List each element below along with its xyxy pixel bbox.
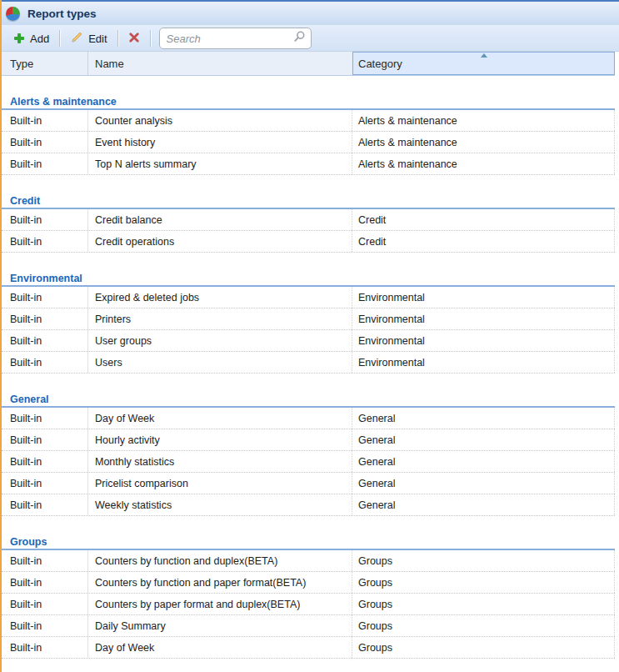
table-row[interactable]: Built-inCounters by function and duplex(… — [2, 550, 615, 572]
report-group: Alerts & maintenanceBuilt-inCounter anal… — [2, 76, 615, 175]
report-types-window: Report types Add Edit — [0, 0, 619, 672]
type-cell: Built-in — [2, 287, 88, 308]
type-cell: Built-in — [2, 110, 88, 131]
table-row[interactable]: Built-inCredit balanceCredit — [2, 209, 615, 231]
column-header-name[interactable]: Name — [88, 52, 352, 75]
report-group: CreditBuilt-inCredit balanceCreditBuilt-… — [2, 175, 615, 253]
category-cell: Environmental — [352, 308, 615, 329]
category-cell: Groups — [352, 594, 615, 614]
type-cell: Built-in — [2, 550, 88, 571]
type-cell: Built-in — [2, 594, 88, 614]
name-cell: Counters by function and paper format(BE… — [88, 572, 352, 593]
category-cell: Groups — [352, 572, 615, 593]
toolbar-separator — [59, 30, 60, 47]
edit-button[interactable]: Edit — [65, 28, 112, 49]
table-row[interactable]: Built-inPricelist comparisonGeneral — [2, 473, 615, 494]
table-row[interactable]: Built-inDay of WeekGeneral — [2, 408, 615, 429]
table-row[interactable]: Built-inUsersEnvironmental — [2, 352, 615, 374]
search-icon — [292, 30, 306, 47]
table-header-row: Type Name Category — [2, 52, 615, 76]
type-cell: Built-in — [2, 473, 88, 494]
sort-ascending-arrow-icon — [481, 53, 487, 58]
table-row[interactable]: Built-inWeekly statisticsGeneral — [2, 494, 615, 516]
category-cell: Alerts & maintenance — [352, 132, 615, 153]
category-cell: General — [352, 429, 615, 450]
type-cell: Built-in — [2, 330, 88, 351]
category-cell: Credit — [352, 231, 615, 252]
type-cell: Built-in — [2, 615, 88, 636]
window-title: Report types — [27, 8, 97, 20]
type-cell: Built-in — [2, 408, 88, 429]
name-cell: Weekly statistics — [88, 494, 352, 515]
column-header-type[interactable]: Type — [2, 52, 88, 75]
toolbar-separator — [150, 30, 151, 47]
name-cell: Monthly statistics — [88, 451, 352, 472]
category-cell: Groups — [352, 637, 615, 658]
column-header-category[interactable]: Category — [352, 52, 615, 75]
table-body: Alerts & maintenanceBuilt-inCounter anal… — [2, 76, 615, 659]
table-row[interactable]: Built-inCounters by function and paper f… — [2, 572, 615, 594]
table-row[interactable]: Built-inPrintersEnvironmental — [2, 308, 615, 330]
name-cell: Pricelist comparison — [88, 473, 352, 494]
table-row[interactable]: Built-inExpired & deleted jobsEnvironmen… — [2, 287, 615, 308]
type-cell: Built-in — [2, 429, 88, 450]
table-row[interactable]: Built-inEvent historyAlerts & maintenanc… — [2, 132, 615, 153]
type-cell: Built-in — [2, 153, 88, 174]
table-row[interactable]: Built-inMonthly statisticsGeneral — [2, 451, 615, 473]
edit-button-label: Edit — [88, 33, 107, 45]
category-cell: Environmental — [352, 352, 615, 373]
column-header-category-label: Category — [358, 58, 402, 70]
category-cell: Groups — [352, 550, 615, 571]
search-input[interactable] — [167, 33, 292, 45]
table-row[interactable]: Built-inCredit operationsCredit — [2, 231, 615, 253]
table-row[interactable]: Built-inUser groupsEnvironmental — [2, 330, 615, 352]
name-cell: Credit balance — [88, 209, 352, 230]
type-cell: Built-in — [2, 308, 88, 329]
add-button-label: Add — [30, 33, 49, 45]
name-cell: Users — [88, 352, 352, 373]
type-cell: Built-in — [2, 209, 88, 230]
delete-button[interactable] — [123, 29, 145, 48]
name-cell: Counter analysis — [88, 110, 352, 131]
category-cell: Credit — [352, 209, 615, 230]
name-cell: Credit operations — [88, 231, 352, 252]
group-header: General — [2, 392, 615, 408]
name-cell: User groups — [88, 330, 352, 351]
type-cell: Built-in — [2, 494, 88, 515]
name-cell: Expired & deleted jobs — [88, 287, 352, 308]
add-button[interactable]: Add — [8, 30, 54, 48]
category-cell: Alerts & maintenance — [352, 110, 615, 131]
toolbar-separator — [117, 30, 118, 47]
name-cell: Printers — [88, 308, 352, 329]
category-cell: Groups — [352, 615, 615, 636]
report-group: GeneralBuilt-inDay of WeekGeneralBuilt-i… — [2, 374, 615, 516]
table-row[interactable]: Built-inCounter analysisAlerts & mainten… — [2, 110, 615, 132]
type-cell: Built-in — [2, 451, 88, 472]
category-cell: General — [352, 451, 615, 472]
group-header: Alerts & maintenance — [2, 94, 615, 110]
type-cell: Built-in — [2, 132, 88, 153]
name-cell: Counters by paper format and duplex(BETA… — [88, 594, 352, 614]
red-x-icon — [128, 32, 140, 46]
type-cell: Built-in — [2, 637, 88, 658]
table-row[interactable]: Built-inCounters by paper format and dup… — [2, 594, 615, 615]
type-cell: Built-in — [2, 352, 88, 373]
category-cell: Alerts & maintenance — [352, 153, 615, 174]
type-cell: Built-in — [2, 231, 88, 252]
table-row[interactable]: Built-inHourly activityGeneral — [2, 429, 615, 451]
name-cell: Top N alerts summary — [88, 153, 352, 174]
type-cell: Built-in — [2, 572, 88, 593]
pencil-icon — [70, 31, 83, 47]
group-header: Environmental — [2, 271, 615, 287]
name-cell: Day of Week — [88, 408, 352, 429]
table-row[interactable]: Built-inDaily SummaryGroups — [2, 615, 615, 637]
table-row[interactable]: Built-inDay of WeekGroups — [2, 637, 615, 659]
name-cell: Event history — [88, 132, 352, 153]
category-cell: General — [352, 473, 615, 494]
name-cell: Counters by function and duplex(BETA) — [88, 550, 352, 571]
pie-chart-icon — [6, 7, 20, 21]
table-row[interactable]: Built-inTop N alerts summaryAlerts & mai… — [2, 153, 615, 175]
category-cell: General — [352, 494, 615, 515]
report-group: EnvironmentalBuilt-inExpired & deleted j… — [2, 253, 615, 374]
titlebar: Report types — [2, 0, 619, 26]
